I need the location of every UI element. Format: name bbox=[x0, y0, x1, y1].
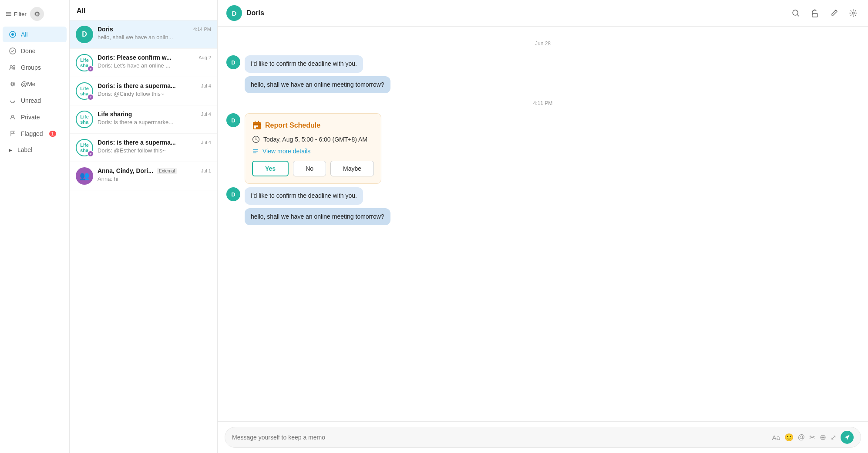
forward-button[interactable] bbox=[809, 7, 821, 19]
yes-button[interactable]: Yes bbox=[252, 161, 289, 176]
conv-item-anna[interactable]: 👥 Anna, Cindy, Dori... External Jul 1 An… bbox=[70, 162, 217, 190]
chat-contact-name: Doris bbox=[246, 9, 264, 17]
maybe-button[interactable]: Maybe bbox=[330, 161, 374, 176]
done-icon bbox=[9, 47, 17, 55]
conv-badge-superma1: # bbox=[87, 94, 94, 101]
conv-item-superma2[interactable]: Lifesha # Doris: is there a superma... J… bbox=[70, 134, 217, 162]
conv-item-life-sharing[interactable]: Lifesha Life sharing Jul 4 Doris: is the… bbox=[70, 105, 217, 134]
msg-avatar-schedule: D bbox=[226, 113, 240, 127]
view-more-text: View more details bbox=[262, 148, 310, 155]
conv-time-superma1: Jul 4 bbox=[201, 83, 211, 88]
sidebar-item-unread[interactable]: Unread bbox=[3, 93, 67, 108]
conv-list-header: All bbox=[70, 0, 217, 20]
sidebar-item-flagged[interactable]: Flagged 1 bbox=[3, 126, 67, 142]
msg-avatar-1: D bbox=[226, 55, 240, 69]
send-button[interactable] bbox=[841, 431, 854, 444]
conv-badge-superma2: # bbox=[87, 150, 94, 157]
done-label: Done bbox=[21, 47, 35, 54]
flagged-label: Flagged bbox=[21, 130, 43, 137]
sidebar-item-label[interactable]: ▶ Label bbox=[3, 142, 67, 157]
label-label: Label bbox=[17, 146, 32, 153]
svg-rect-18 bbox=[254, 125, 256, 127]
conv-item-doris[interactable]: D Doris 4:14 PM hello, shall we have an … bbox=[70, 20, 217, 49]
groups-label: Groups bbox=[21, 64, 41, 71]
svg-point-6 bbox=[10, 66, 13, 68]
search-button[interactable] bbox=[790, 7, 802, 19]
schedule-card: Report Schedule Today, Aug 5, 5:00 - 6:0… bbox=[245, 113, 381, 184]
msg-bubble-3: I'd like to confirm the deadline with yo… bbox=[245, 187, 363, 205]
settings-button[interactable] bbox=[847, 7, 859, 19]
external-badge: External bbox=[157, 168, 177, 174]
font-size-icon[interactable]: Aa bbox=[772, 434, 780, 441]
conv-item-doris-confirm[interactable]: Lifesha # Doris: Please confirm w... Aug… bbox=[70, 49, 217, 77]
svg-point-7 bbox=[13, 66, 15, 68]
conv-time-anna: Jul 1 bbox=[201, 168, 211, 173]
details-icon bbox=[252, 148, 259, 155]
filter-button[interactable]: Filter bbox=[5, 10, 27, 17]
conv-preview-superma2: Doris: @Esther follow this~ bbox=[98, 147, 211, 154]
svg-point-4 bbox=[11, 33, 14, 36]
private-label: Private bbox=[21, 114, 40, 121]
schedule-time-text: Today, Aug 5, 5:00 - 6:00 (GMT+8) AM bbox=[263, 136, 367, 143]
conv-avatar-anna: 👥 bbox=[76, 167, 93, 185]
schedule-details-link[interactable]: View more details bbox=[252, 148, 374, 155]
message-row-1: D I'd like to confirm the deadline with … bbox=[226, 55, 859, 73]
conv-avatar-life: Lifesha bbox=[76, 111, 93, 128]
sidebar-header: Filter ⚙ bbox=[0, 5, 69, 26]
msg-bubble-2: hello, shall we have an online meeting t… bbox=[245, 76, 390, 94]
sidebar-item-me[interactable]: @Me bbox=[3, 76, 67, 92]
svg-line-11 bbox=[797, 15, 799, 17]
svg-rect-12 bbox=[812, 14, 818, 17]
msg-bubble-4: hello, shall we have an online meeting t… bbox=[245, 208, 390, 226]
label-chevron-icon: ▶ bbox=[9, 148, 12, 152]
input-box: Aa 🙂 @ ✂ ⊕ ⤢ bbox=[225, 427, 861, 448]
messages-container: Jun 28 D I'd like to confirm the deadlin… bbox=[218, 27, 868, 421]
schedule-title-text: Report Schedule bbox=[265, 122, 320, 129]
conv-time-superma2: Jul 4 bbox=[201, 140, 211, 145]
private-icon bbox=[9, 113, 17, 121]
mention-icon[interactable]: @ bbox=[798, 433, 805, 441]
svg-rect-20 bbox=[256, 125, 258, 127]
filter-icon bbox=[5, 10, 12, 17]
conv-preview-life: Doris: is there a supermarke... bbox=[98, 119, 211, 125]
flag-icon bbox=[9, 130, 17, 138]
schedule-message-row: D Report Schedule Today, Aug 5, 5:00 - 6… bbox=[226, 113, 859, 184]
message-row-2: hello, shall we have an online meeting t… bbox=[226, 76, 859, 94]
message-input[interactable] bbox=[232, 434, 767, 441]
sidebar-item-done[interactable]: Done bbox=[3, 43, 67, 59]
expand-icon[interactable]: ⤢ bbox=[831, 433, 836, 442]
unread-icon bbox=[9, 97, 17, 105]
conv-time-doris: 4:14 PM bbox=[193, 27, 211, 32]
conv-time-life: Jul 4 bbox=[201, 112, 211, 117]
scissors-icon[interactable]: ✂ bbox=[809, 433, 815, 442]
chat-header: D Doris bbox=[218, 0, 868, 27]
user-avatar-button[interactable]: ⚙ bbox=[30, 7, 44, 21]
conv-content-doris: Doris 4:14 PM hello, shall we have an on… bbox=[98, 26, 211, 41]
add-icon[interactable]: ⊕ bbox=[820, 433, 826, 442]
sidebar-item-private[interactable]: Private bbox=[3, 109, 67, 125]
edit-button[interactable] bbox=[828, 7, 840, 19]
clock-icon bbox=[252, 135, 260, 143]
me-label: @Me bbox=[21, 81, 36, 88]
no-button[interactable]: No bbox=[293, 161, 326, 176]
emoji-icon[interactable]: 🙂 bbox=[784, 433, 794, 442]
groups-icon bbox=[9, 64, 17, 71]
at-icon bbox=[9, 80, 17, 88]
conv-time-confirm: Aug 2 bbox=[198, 55, 211, 60]
schedule-actions: Yes No Maybe bbox=[252, 161, 374, 176]
conv-item-superma1[interactable]: Lifesha # Doris: is there a superma... J… bbox=[70, 77, 217, 105]
unread-label: Unread bbox=[21, 97, 41, 104]
msg-avatar-3: D bbox=[226, 187, 240, 201]
svg-rect-15 bbox=[253, 124, 261, 125]
filter-label: Filter bbox=[14, 11, 27, 17]
conv-name-anna: Anna, Cindy, Dori... bbox=[98, 167, 153, 174]
chat-area: D Doris Jun 28 D I'd like to confirm the… bbox=[218, 0, 868, 453]
conversation-list: All D Doris 4:14 PM hello, shall we have… bbox=[70, 0, 218, 453]
sidebar-item-groups[interactable]: Groups bbox=[3, 60, 67, 75]
conv-name-confirm: Doris: Please confirm w... bbox=[98, 54, 172, 61]
sidebar-item-all[interactable]: All bbox=[3, 27, 67, 42]
conv-preview-doris: hello, shall we have an onlin... bbox=[98, 34, 211, 41]
svg-point-13 bbox=[852, 12, 855, 14]
gear-icon: ⚙ bbox=[34, 10, 40, 18]
message-row-4: hello, shall we have an online meeting t… bbox=[226, 208, 859, 226]
